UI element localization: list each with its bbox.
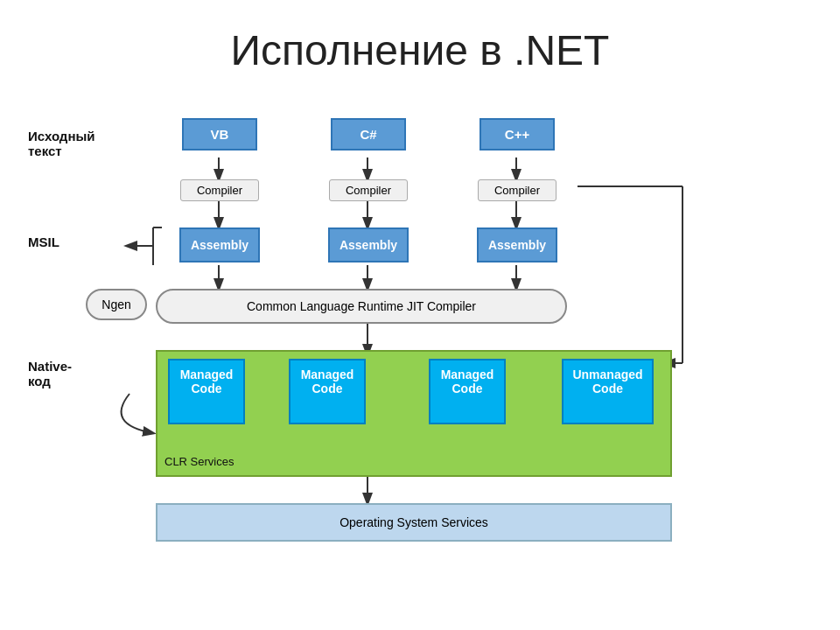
source-label: Исходныйтекст bbox=[28, 129, 94, 158]
unmanaged-code: UnmanagedCode bbox=[562, 359, 654, 424]
clr-services-label: CLR Services bbox=[164, 455, 234, 468]
csharp-box: C# bbox=[331, 118, 406, 150]
native-label: Native-код bbox=[28, 359, 72, 388]
clr-jit-box: Common Language Runtime JIT Compiler bbox=[156, 289, 567, 324]
page-title: Исполнение в .NET bbox=[0, 0, 840, 92]
managed-code-3: ManagedCode bbox=[429, 359, 506, 424]
cpp-box: C++ bbox=[480, 118, 555, 150]
vb-compiler: Compiler bbox=[180, 179, 259, 201]
ngen-box: Ngen bbox=[86, 289, 147, 320]
csharp-compiler: Compiler bbox=[329, 179, 408, 201]
cpp-compiler: Compiler bbox=[478, 179, 556, 201]
vb-box: VB bbox=[182, 118, 257, 150]
os-services-box: Operating System Services bbox=[156, 503, 672, 542]
cpp-assembly: Assembly bbox=[477, 228, 557, 262]
csharp-assembly: Assembly bbox=[328, 228, 409, 262]
vb-assembly: Assembly bbox=[179, 228, 260, 262]
diagram-area: Исходныйтекст MSIL Native-код VB Compile… bbox=[26, 92, 814, 591]
managed-code-2: ManagedCode bbox=[289, 359, 366, 424]
msil-label: MSIL bbox=[28, 234, 60, 249]
managed-code-1: ManagedCode bbox=[168, 359, 245, 424]
